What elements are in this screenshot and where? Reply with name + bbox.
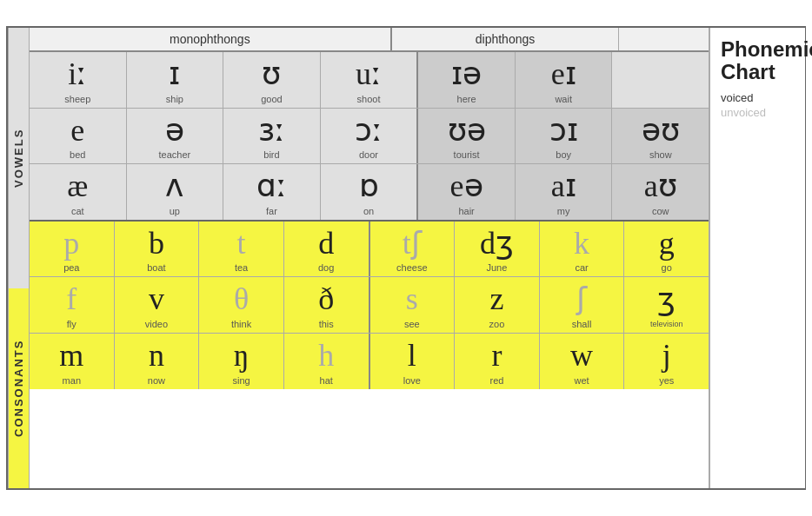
cell-g: g go [624, 222, 709, 277]
symbol-w: w [570, 339, 593, 374]
cell-empty-1 [612, 52, 709, 108]
symbol-t: t [237, 227, 246, 261]
symbol-əʊ: əʊ [642, 114, 680, 149]
cell-əʊ: əʊ show [612, 109, 709, 164]
cell-s: s see [370, 277, 456, 333]
symbol-r: r [491, 339, 502, 374]
phonemic-chart: VOWELS CONSONANTS monophthongs diphthong… [6, 26, 806, 490]
symbol-b: b [149, 227, 164, 261]
word-video: video [145, 319, 168, 329]
word-now: now [148, 375, 165, 386]
cell-ɔː: ɔː door [321, 109, 419, 164]
symbol-ɪ: ɪ [169, 57, 180, 92]
symbol-g: g [659, 227, 675, 261]
vowel-row-3: æ cat ʌ up ɑː far ɒ on eə hair [30, 164, 709, 220]
cell-r: r red [455, 334, 540, 389]
symbol-n: n [149, 339, 164, 374]
cell-l: l love [370, 334, 456, 389]
word-zoo: zoo [489, 319, 505, 329]
symbol-aʊ: aʊ [644, 169, 677, 204]
cell-z: z zoo [455, 277, 540, 333]
word-tea: tea [235, 262, 248, 273]
symbol-ə: ə [165, 114, 184, 149]
cell-æ: æ cat [30, 164, 127, 220]
word-this: this [319, 319, 334, 329]
cell-w: w wet [540, 334, 625, 389]
cell-ɑː: ɑː far [223, 164, 321, 220]
vowel-row-2: e bed ə teacher ɜː bird ɔː door ʊə tou [30, 109, 709, 165]
word-good: good [261, 94, 282, 104]
vowels-section: iː sheep ɪ ship ʊ good uː shoot ɪə her [30, 52, 709, 222]
column-headers: monophthongs diphthongs [30, 28, 709, 52]
word-cheese: cheese [396, 262, 427, 273]
word-red: red [489, 375, 503, 386]
word-on: on [363, 206, 374, 216]
symbol-d: d [318, 227, 334, 261]
symbol-uː: uː [356, 57, 382, 92]
cell-n: n now [115, 334, 200, 389]
cell-ʒ: ʒ television [624, 277, 709, 333]
monophthongs-header: monophthongs [30, 28, 392, 50]
cell-e: e bed [30, 109, 127, 164]
word-car: car [575, 262, 588, 273]
word-pea: pea [63, 262, 79, 273]
word-sing: sing [232, 375, 250, 386]
cell-ɔɪ: ɔɪ boy [516, 109, 613, 164]
cell-p: p pea [30, 222, 115, 277]
word-shall: shall [572, 319, 592, 329]
consonant-row-2: f fly v video θ think ð this s see [30, 277, 709, 334]
unvoiced-label: unvoiced [721, 106, 766, 119]
cell-ə: ə teacher [127, 109, 224, 164]
symbol-j: j [662, 339, 671, 374]
word-fly: fly [67, 319, 77, 329]
symbol-aɪ: aɪ [551, 169, 576, 204]
cell-h: h hat [284, 334, 370, 389]
word-go: go [662, 262, 672, 273]
consonants-section: p pea b boat t tea d dog tʃ cheese [30, 222, 709, 389]
word-see: see [404, 319, 420, 329]
symbol-θ: θ [234, 282, 249, 317]
symbol-e: e [70, 114, 84, 149]
cell-tʃ: tʃ cheese [370, 222, 456, 277]
center-grid: monophthongs diphthongs iː sheep ɪ ship … [30, 28, 709, 488]
consonant-row-1: p pea b boat t tea d dog tʃ cheese [30, 222, 709, 278]
word-man: man [63, 375, 81, 386]
cell-uː: uː shoot [321, 52, 419, 108]
word-show: show [649, 149, 672, 160]
cell-eɪ: eɪ wait [516, 52, 613, 108]
cell-aʊ: aʊ cow [612, 164, 709, 220]
vowels-label: VOWELS [8, 28, 29, 288]
symbol-ɜː: ɜː [258, 114, 285, 149]
cell-aɪ: aɪ my [516, 164, 613, 220]
cell-d: d dog [284, 222, 370, 277]
side-labels: VOWELS CONSONANTS [8, 28, 30, 488]
word-cat: cat [71, 206, 84, 216]
symbol-m: m [59, 339, 83, 374]
symbol-ɪə: ɪə [451, 57, 482, 92]
cell-ʊə: ʊə tourist [418, 109, 516, 164]
word-television: television [650, 320, 683, 328]
symbol-p: p [63, 227, 79, 261]
cell-ɪ: ɪ ship [127, 52, 224, 108]
word-hair: hair [458, 206, 474, 216]
cell-m: m man [30, 334, 115, 389]
word-boy: boy [556, 149, 571, 160]
cell-b: b boat [115, 222, 200, 277]
symbol-ɑː: ɑː [256, 169, 287, 204]
word-hat: hat [320, 375, 333, 386]
word-yes: yes [659, 375, 674, 386]
cell-ð: ð this [284, 277, 370, 333]
symbol-h: h [318, 339, 334, 374]
diphthongs-header: diphthongs [392, 28, 620, 50]
cell-t: t tea [199, 222, 284, 277]
symbol-s: s [406, 282, 418, 317]
symbol-ʃ: ʃ [576, 282, 587, 317]
cell-dʒ: dʒ June [455, 222, 540, 277]
word-cow: cow [652, 206, 669, 216]
word-wet: wet [575, 375, 589, 386]
right-panel: PhonemicChart voiced unvoiced [709, 28, 804, 488]
word-ship: ship [166, 94, 183, 104]
cell-f: f fly [30, 277, 115, 333]
header-spacer [619, 28, 709, 50]
word-bed: bed [70, 149, 85, 160]
